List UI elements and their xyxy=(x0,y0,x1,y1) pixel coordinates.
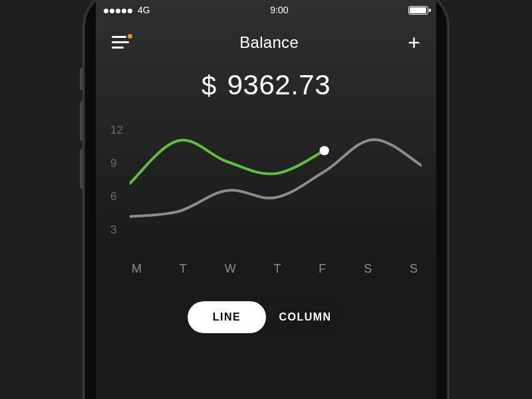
y-tick: 9 xyxy=(110,157,123,170)
series-current xyxy=(130,140,325,184)
x-tick: M xyxy=(132,262,142,276)
segment-line[interactable]: LINE xyxy=(188,301,266,333)
screen: 4G 9:00 Balance + $ 9362.73 12 9 xyxy=(96,0,436,399)
status-bar: 4G 9:00 xyxy=(96,0,436,20)
signal-strength-icon xyxy=(104,5,134,15)
x-tick: W xyxy=(225,262,236,276)
y-tick: 3 xyxy=(110,223,123,237)
menu-icon[interactable] xyxy=(112,36,130,49)
add-button[interactable]: + xyxy=(408,32,420,53)
balance-value: 9362.73 xyxy=(227,69,331,101)
x-tick: T xyxy=(273,262,281,276)
nav-bar: Balance + xyxy=(96,20,436,59)
balance-amount: $ 9362.73 xyxy=(96,69,436,101)
status-left: 4G xyxy=(104,5,150,15)
series-marker xyxy=(319,146,329,156)
series-previous xyxy=(130,140,422,217)
chart: 12 9 6 3 xyxy=(96,124,436,243)
y-tick: 6 xyxy=(110,190,123,203)
line-chart-svg xyxy=(130,124,422,243)
battery-icon xyxy=(408,6,428,15)
x-tick: S xyxy=(364,262,372,276)
status-right xyxy=(408,6,428,15)
currency-symbol: $ xyxy=(201,70,217,100)
phone-frame: 4G 9:00 Balance + $ 9362.73 12 9 xyxy=(84,0,448,399)
y-axis-ticks: 12 9 6 3 xyxy=(110,124,130,237)
x-axis-ticks: M T W T F S S xyxy=(96,262,436,276)
phone-side-button xyxy=(80,149,82,189)
x-tick: F xyxy=(319,262,326,276)
network-label: 4G xyxy=(138,5,150,15)
page-title: Balance xyxy=(239,33,299,52)
y-tick: 12 xyxy=(110,124,123,137)
x-tick: T xyxy=(180,262,187,276)
clock: 9:00 xyxy=(270,5,288,15)
chart-type-segmented-control: LINE COLUMN xyxy=(188,301,344,333)
notification-dot-icon xyxy=(128,34,132,39)
segment-column[interactable]: COLUMN xyxy=(266,301,344,333)
x-tick: S xyxy=(410,262,418,276)
